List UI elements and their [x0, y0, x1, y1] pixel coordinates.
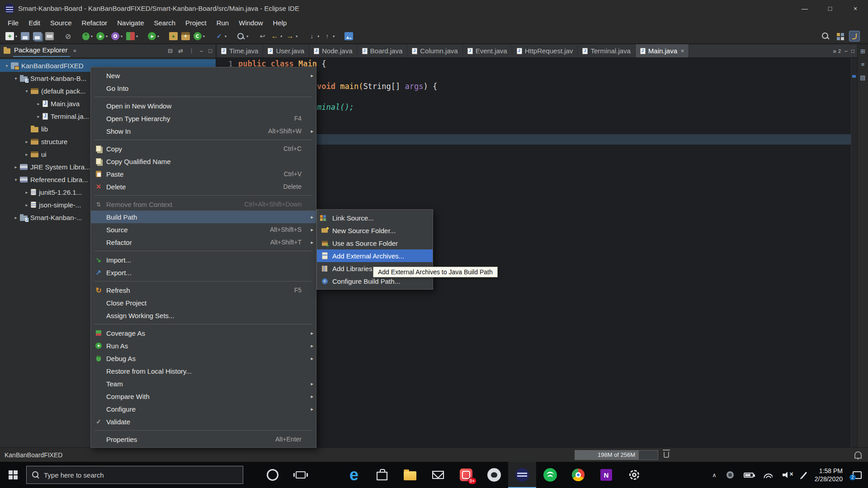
tab-overflow-icon[interactable]: » [833, 47, 836, 55]
menu-item-refresh[interactable]: Refresh F5 [91, 284, 316, 296]
menu-item-refactor[interactable]: Refactor Alt+Shift+T ▸ [91, 236, 316, 249]
start-button[interactable] [0, 462, 26, 488]
menu-item-copy[interactable]: Copy Ctrl+C [91, 142, 316, 155]
github-icon[interactable] [480, 462, 508, 488]
tab-time-java[interactable]: Time.java [217, 44, 263, 57]
menu-item-open-type-hierarchy[interactable]: Open Type Hierarchy F4 [91, 112, 316, 125]
menu-source[interactable]: Source [45, 17, 77, 29]
menu-run[interactable]: Run [212, 17, 234, 29]
menu-item-new[interactable]: New ▸ [91, 69, 316, 82]
maximize-view-icon[interactable]: □ [208, 47, 212, 54]
print-icon[interactable] [43, 30, 56, 42]
search-icon[interactable]: ▾ [235, 30, 250, 42]
search-input[interactable] [44, 471, 237, 479]
tab-main-java[interactable]: Main.java × [636, 44, 689, 57]
menu-item-show-in[interactable]: Show In Alt+Shift+W ▸ [91, 125, 316, 137]
save-all-icon[interactable] [31, 30, 43, 42]
quick-access-search-icon[interactable] [820, 31, 831, 42]
tree-expand-icon[interactable]: ▸ [13, 215, 19, 220]
edge-icon[interactable]: e [340, 462, 368, 488]
view-menu-icon[interactable]: ⋮ [189, 47, 194, 54]
menu-window[interactable]: Window [234, 17, 268, 29]
menu-item-team[interactable]: Team ▸ [91, 377, 316, 390]
menu-item-properties[interactable]: Properties Alt+Enter [91, 433, 316, 446]
profile-icon[interactable]: ▾ [109, 30, 124, 42]
tree-expand-icon[interactable]: ▾ [13, 76, 19, 81]
debug-icon[interactable]: ▾ [80, 30, 94, 42]
close-button[interactable]: × [843, 0, 868, 17]
hidden-icons-chevron[interactable]: ∧ [712, 472, 717, 479]
context-menu-item[interactable] [94, 140, 312, 140]
tab-terminal-java[interactable]: Terminal.java [578, 44, 635, 57]
context-menu-item[interactable] [94, 251, 312, 251]
menu-item-paste[interactable]: Paste Ctrl+V [91, 168, 316, 180]
wifi-icon[interactable] [764, 472, 773, 478]
submenu-item-new-source-folder[interactable]: New Source Folder... [317, 224, 433, 237]
last-edit-location-icon[interactable] [256, 30, 269, 42]
image-viewer-icon[interactable] [343, 30, 355, 42]
battery-icon[interactable] [744, 473, 754, 478]
tree-expand-icon[interactable]: ▸ [35, 114, 42, 119]
taskbar-search-box[interactable] [26, 466, 243, 484]
volume-muted-icon[interactable] [783, 472, 793, 478]
windows-ink-pen-icon[interactable] [801, 472, 807, 479]
previous-annotation-icon[interactable]: ▾ [321, 30, 336, 42]
menu-item-restore-from-local-history[interactable]: Restore from Local History... [91, 365, 316, 377]
menu-search[interactable]: Search [149, 17, 180, 29]
menu-project[interactable]: Project [180, 17, 212, 29]
menu-file[interactable]: File [3, 17, 24, 29]
menu-item-validate[interactable]: Validate [91, 415, 316, 428]
menu-item-open-in-new-window[interactable]: Open in New Window [91, 99, 316, 112]
minimize-button[interactable]: — [792, 0, 817, 17]
spotify-icon[interactable] [536, 462, 564, 488]
task-list-view-icon[interactable]: ▤ [860, 74, 865, 81]
coverage-icon[interactable]: ▾ [124, 30, 140, 42]
file-explorer-icon[interactable] [396, 462, 424, 488]
context-menu-item[interactable] [94, 430, 312, 431]
restore-views-icon[interactable]: ⊞ [860, 48, 865, 55]
menu-item-source[interactable]: Source Alt+Shift+S ▸ [91, 223, 316, 236]
action-center-icon[interactable]: 2 [853, 471, 862, 479]
annotation-marker[interactable] [852, 75, 856, 78]
menu-item-close-project[interactable]: Close Project [91, 296, 316, 309]
back-icon[interactable]: ▾ [269, 30, 284, 42]
menu-help[interactable]: Help [268, 17, 292, 29]
menu-item-export[interactable]: Export... [91, 266, 316, 279]
task-view-button[interactable] [287, 462, 315, 488]
tab-httprequest-java[interactable]: HttpRequest.jav [512, 44, 578, 57]
menu-item-debug-as[interactable]: Debug As ▸ [91, 352, 316, 365]
new-java-project-icon[interactable] [167, 30, 179, 42]
heap-status-widget[interactable]: 198M of 256M [575, 450, 658, 460]
onenote-icon[interactable]: N [592, 462, 620, 488]
settings-icon[interactable] [620, 462, 648, 488]
tree-expand-icon[interactable]: ▸ [35, 101, 42, 106]
tray-app-icon[interactable] [726, 471, 734, 479]
next-annotation-icon[interactable]: ▾ [306, 30, 321, 42]
eclipse-icon[interactable] [508, 462, 536, 488]
menu-item-build-path[interactable]: Build Path ▸ [91, 211, 316, 223]
context-menu-item[interactable] [94, 97, 312, 97]
open-perspective-icon[interactable] [835, 31, 845, 42]
taskbar-clock[interactable]: 1:58 PM 2/28/2020 [815, 467, 843, 483]
tree-expand-icon[interactable]: ▸ [24, 139, 30, 144]
tree-expand-icon[interactable]: ▾ [4, 63, 10, 68]
context-menu-item[interactable] [94, 195, 312, 196]
link-with-editor-icon[interactable]: ⇄ [178, 47, 183, 54]
menu-item-run-as[interactable]: Run As ▸ [91, 339, 316, 352]
forward-icon[interactable]: ▾ [284, 30, 299, 42]
maximize-button[interactable]: □ [817, 0, 843, 17]
notifications-icon[interactable] [854, 451, 862, 459]
close-view-icon[interactable]: × [73, 47, 76, 54]
context-menu-item[interactable] [94, 324, 312, 324]
outline-view-icon[interactable]: ≡ [861, 61, 865, 68]
tree-expand-icon[interactable]: ▾ [13, 177, 19, 182]
menu-item-go-into[interactable]: Go Into [91, 82, 316, 94]
overview-ruler[interactable] [851, 58, 857, 447]
tab-event-java[interactable]: Event.java [463, 44, 512, 57]
maximize-editor-icon[interactable]: □ [851, 48, 854, 54]
tree-expand-icon[interactable]: ▸ [24, 190, 30, 195]
tab-node-java[interactable]: Node.java [309, 44, 358, 57]
run-icon[interactable]: ▾ [94, 30, 109, 42]
external-tools-icon[interactable]: ▾ [146, 30, 161, 42]
tree-expand-icon[interactable]: ▸ [13, 164, 19, 169]
